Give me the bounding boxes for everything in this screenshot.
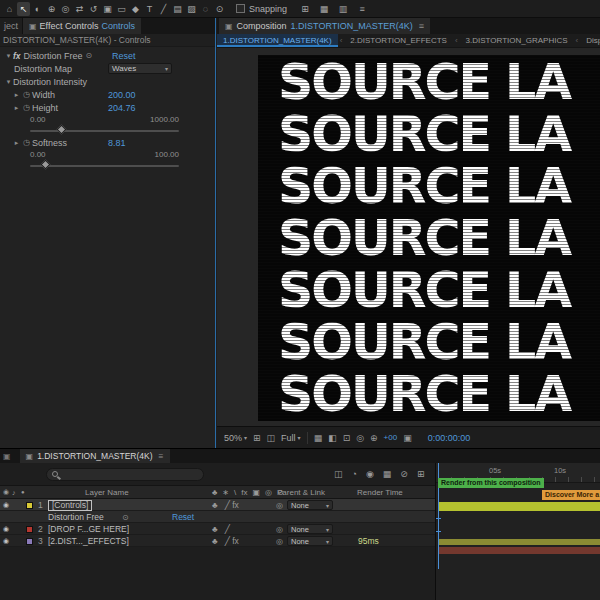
tab-timeline-comp[interactable]: ▣ 1.DISTORTION_MASTER(4K) ≡ [20, 449, 170, 463]
layer-switches[interactable]: ♣ ╱ fx [212, 499, 239, 511]
graph-editor-icon[interactable]: ⊞ [417, 469, 425, 479]
layer-color-swatch[interactable] [26, 526, 33, 533]
grid-options-icon[interactable]: ▦ [318, 2, 330, 16]
eye-icon[interactable]: ◉ [3, 535, 9, 547]
selection-tool[interactable]: ↖ [17, 2, 30, 16]
pickwhip-icon[interactable]: ◎ [276, 499, 283, 511]
softness-slider-track[interactable] [30, 165, 179, 167]
twirl-closed-icon[interactable]: ▸ [12, 139, 21, 147]
reset-link[interactable]: Reset [172, 511, 194, 523]
layer-row-distortion-effects[interactable]: ◉ 3 [2.DIST..._EFFECTS] ♣ ╱ fx ◎ None ▾ … [0, 535, 435, 547]
type-tool[interactable]: T [143, 2, 156, 16]
twirl-open-icon[interactable]: ▾ [4, 78, 13, 86]
height-row[interactable]: ▸ ◷ Height 204.76 [0, 101, 215, 114]
tab-effect-controls[interactable]: ▣ Effect Controls Controls [23, 18, 141, 34]
stopwatch-icon[interactable]: ◷ [21, 138, 32, 147]
panel-menu-icon[interactable]: ≡ [419, 21, 424, 31]
tab-composition[interactable]: ▣ Composition 1.DISTORTION_MASTER(4K) ≡ [219, 18, 430, 34]
layer-bar-controls[interactable] [438, 502, 600, 511]
project-tab[interactable]: ject [0, 18, 23, 34]
draft-3d-icon[interactable]: ◔ [352, 469, 357, 479]
resolution-dropdown[interactable]: Full ▾ [281, 433, 301, 443]
width-value[interactable]: 200.00 [108, 90, 136, 100]
parent-dropdown[interactable]: None ▾ [287, 500, 333, 510]
shape-tool[interactable]: ▭ [115, 2, 128, 16]
mask-visibility-icon[interactable]: ⊞ [299, 2, 311, 16]
search-input[interactable] [62, 470, 198, 479]
pan-behind-tool[interactable]: ▣ [101, 2, 114, 16]
layer-switches[interactable]: ♣ ╱ [212, 523, 230, 535]
height-value[interactable]: 204.76 [108, 103, 136, 113]
eraser-tool[interactable]: ▨ [185, 2, 198, 16]
workspace-icon[interactable]: ▥ [337, 2, 349, 16]
layer-bar-maroon[interactable] [438, 547, 600, 554]
softness-row[interactable]: ▸ ◷ Softness 8.81 [0, 136, 215, 149]
twirl-closed-icon[interactable]: ▸ [12, 91, 21, 99]
exposure-icon[interactable]: ⊕ [370, 433, 378, 443]
effect-name[interactable]: Distortion Free [48, 511, 104, 523]
twirl-closed-icon[interactable]: ▸ [12, 104, 21, 112]
effect-name[interactable]: Distortion Free [24, 51, 83, 61]
pan-camera-tool[interactable]: ⇄ [73, 2, 86, 16]
channels-icon[interactable]: ◎ [356, 433, 364, 443]
pen-tool[interactable]: ◆ [129, 2, 142, 16]
layer-name[interactable]: [2.DIST..._EFFECTS] [48, 535, 129, 547]
parent-dropdown[interactable]: None ▾ [287, 524, 333, 534]
hand-tool[interactable]: ◐ [31, 2, 44, 16]
eye-icon[interactable]: ◉ [3, 499, 9, 511]
pickwhip-icon[interactable]: ◎ [276, 535, 283, 547]
snapshot-camera-icon[interactable]: ▣ [403, 433, 412, 443]
eye-icon[interactable]: ◉ [3, 523, 9, 535]
layer-name-column-header[interactable]: Layer Name [85, 486, 129, 498]
softness-slider-handle[interactable] [41, 160, 51, 170]
layer-color-swatch[interactable] [26, 502, 33, 509]
comp-nav-tab-displace[interactable]: Displace [580, 34, 600, 47]
effect-header-row[interactable]: ▾ fx Distortion Free ⊙ Reset [0, 49, 215, 62]
puppet-pin-tool[interactable]: ⊙ [213, 2, 226, 16]
stopwatch-icon[interactable]: ◷ [21, 103, 32, 112]
home-tool[interactable]: ⌂ [3, 2, 16, 16]
transparency-grid-icon[interactable]: ▦ [314, 433, 323, 443]
layer-bar-olive[interactable] [438, 539, 600, 545]
toolbar-menu-icon[interactable]: ≡ [356, 2, 368, 16]
timeline-search-field[interactable] [46, 468, 204, 481]
zoom-tool[interactable]: ⊕ [45, 2, 58, 16]
roto-brush-tool[interactable]: ◌ [199, 2, 212, 16]
snapping-checkbox[interactable] [236, 4, 245, 13]
rotate-tool[interactable]: ↺ [87, 2, 100, 16]
softness-value[interactable]: 8.81 [108, 138, 126, 148]
comp-nav-tab-graphics[interactable]: 3.DISTORTION_GRAPHICS [460, 34, 574, 47]
effect-row-distortion-free[interactable]: Distortion Free ⊙ Reset [0, 511, 435, 523]
reset-link[interactable]: Reset [112, 51, 136, 61]
exposure-value[interactable]: +00 [384, 433, 398, 442]
pickwhip-icon[interactable]: ◎ [276, 523, 283, 535]
guides-icon[interactable]: ⊡ [343, 433, 351, 443]
parent-dropdown[interactable]: None ▾ [287, 536, 333, 546]
width-row[interactable]: ▸ ◷ Width 200.00 [0, 88, 215, 101]
parent-link-column-header[interactable]: Parent & Link [277, 486, 325, 498]
size-slider-handle[interactable] [57, 125, 67, 135]
panel-menu-icon[interactable]: ≡ [159, 451, 164, 461]
composition-viewport[interactable]: SOURCE LASOURCE LASOURCE LASOURCE LASOUR… [217, 48, 600, 426]
distortion-intensity-row[interactable]: ▾ Distortion Intensity [0, 75, 215, 88]
hide-shy-icon[interactable]: ◉ [366, 469, 374, 479]
layer-row-controls[interactable]: ◉ 1 [Controls] ♣ ╱ fx ◎ None ▾ [0, 499, 435, 511]
region-of-interest-icon[interactable]: ◫ [267, 433, 276, 443]
clone-stamp-tool[interactable]: ▤ [171, 2, 184, 16]
effect-options-icon[interactable]: ⊙ [122, 511, 129, 523]
comp-nav-tab-effects[interactable]: 2.DISTORTION_EFFECTS [344, 34, 453, 47]
mask-visibility-icon[interactable]: ◧ [328, 433, 337, 443]
twirl-open-icon[interactable]: ▾ [4, 52, 13, 60]
render-time-column-header[interactable]: Render Time [357, 486, 403, 498]
composition-flow-icon[interactable]: ◫ [334, 469, 343, 479]
orbit-camera-tool[interactable]: ◎ [59, 2, 72, 16]
frame-blend-icon[interactable]: ▦ [383, 469, 392, 479]
distortion-map-dropdown[interactable]: Waves ▾ [108, 63, 172, 74]
motion-blur-icon[interactable]: ⊘ [400, 469, 408, 479]
effect-options-icon[interactable]: ⊙ [86, 51, 93, 60]
layer-switches[interactable]: ♣ ╱ fx [212, 535, 239, 547]
layer-row-drop-footage[interactable]: ◉ 2 [DROP F...GE HERE] ♣ ╱ ◎ None ▾ [0, 523, 435, 535]
layer-color-swatch[interactable] [26, 538, 33, 545]
layer-name[interactable]: [DROP F...GE HERE] [48, 523, 129, 535]
layer-name[interactable]: [Controls] [48, 500, 92, 511]
